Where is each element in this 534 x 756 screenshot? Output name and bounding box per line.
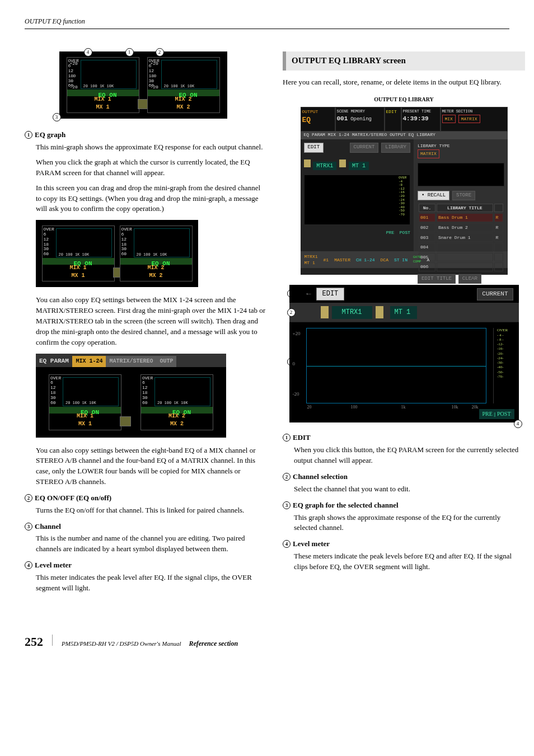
tab-label-eqparam: EQ PARAM: [39, 358, 69, 364]
tab-matrix: MATRIX/STEREO: [106, 356, 156, 368]
r-item-4-para: These meters indicate the peak levels be…: [294, 551, 525, 572]
library-detail-figure: 1 2 3 ← EDIT CURRENT MTRX1 MT 1 +20 0 -2…: [289, 285, 519, 422]
edit-button: EDIT: [316, 288, 345, 300]
callout-1: 1: [125, 48, 134, 57]
channel-label-mix: MIX 1: [67, 96, 139, 104]
r-item-1-heading: 1EDIT: [283, 433, 525, 443]
section-title: OUTPUT EQ LIBRARY screen: [283, 51, 525, 71]
item-1-para-1: This mini-graph shows the approximate EQ…: [36, 142, 267, 153]
arrow-left-icon: ←: [305, 288, 313, 299]
item-1-para-3: In this screen you can drag and drop the…: [36, 183, 267, 215]
recall-button: • RECALL: [418, 191, 449, 200]
channel-increment: [376, 306, 383, 318]
item-1-para-2: When you click the graph at which the cu…: [36, 157, 267, 179]
edit-button: EDIT: [304, 143, 324, 152]
right-column: OUTPUT EQ LIBRARY screen Here you can re…: [283, 51, 525, 599]
callout-3: 3: [53, 113, 61, 121]
item-4-heading: 4Level meter: [25, 560, 267, 571]
eq-mini-figure-1: OVER612183060 +20 0 -20 20 100 1K 10K EQ…: [59, 51, 227, 119]
level-meter: OVER- 4 -- 8 --12--16--20--24--30--40--5…: [493, 328, 510, 403]
eq-tabs-figure: EQ PARAM MIX 1-24MATRIX/STEREOOUTP OVER6…: [36, 354, 226, 438]
r-item-3-para: This graph shows the approximate respons…: [294, 513, 525, 534]
footer-model: PM5D/PM5D-RH V2 / DSP5D Owner's Manual: [62, 640, 181, 649]
item-4-para: This meter indicates the peak level afte…: [36, 572, 267, 594]
section-intro: Here you can recall, store, rename, or d…: [283, 77, 525, 88]
callout-4: 4: [514, 420, 522, 428]
channel-sub: MT 1: [349, 162, 369, 170]
channel-label-mx: MX 1: [67, 104, 139, 112]
page-number: 252: [25, 633, 43, 651]
left-column: 4 1 2 3 OVER612183060 +20 0 -20 20 100 1…: [25, 51, 267, 599]
r-item-2-para: Select the channel that you want to edit…: [294, 484, 525, 495]
r-item-2-heading: 2Channel selection: [283, 472, 525, 482]
r-item-4-heading: 4Level meter: [283, 539, 525, 550]
item-3-heading: 3Channel: [25, 522, 267, 532]
library-eq-graph: [418, 163, 504, 186]
selected-eq-graph: [306, 328, 486, 403]
library-screenshot: OUTPUT EQ SCENE MEMORY 001 Opening EDIT …: [301, 107, 508, 275]
library-caption: OUTPUT EQ LIBRARY: [283, 96, 525, 104]
footer-section: Reference section: [189, 639, 238, 649]
tab-outp: OUTP: [156, 356, 176, 368]
current-eq-graph: OVER-4-8-12-16-20-24-30-40-50-70: [304, 175, 411, 225]
para-after-fig3: You can also copy settings between the e…: [36, 445, 267, 487]
store-button: STORE: [452, 191, 475, 200]
channel-select-main: MTRX1: [332, 306, 372, 319]
breadcrumb-tabs: EQ PARAM MIX 1-24 MATRIX/STEREO OUTPUT E…: [301, 132, 508, 139]
eq-mini-figure-2: OVER612183060 20 100 1K 10K EQ ON MIX 1 …: [36, 220, 198, 287]
callout-2: 2: [156, 48, 164, 57]
r-item-1-para: When you click this button, the EQ PARAM…: [294, 445, 525, 466]
para-after-fig2: You can also copy EQ settings between th…: [36, 295, 267, 348]
item-1-heading: 1EQ graph: [25, 130, 267, 140]
running-head: OUTPUT EQ function: [25, 17, 509, 29]
tab-mix: MIX 1-24: [72, 356, 106, 368]
item-2-para: Turns the EQ on/off for that channel. Th…: [36, 505, 267, 516]
item-3-para: This is the number and name of the chann…: [36, 533, 267, 555]
current-indicator: CURRENT: [477, 288, 513, 300]
channel-select-sub: MT 1: [390, 306, 417, 319]
page-footer: 252 PM5D/PM5D-RH V2 / DSP5D Owner's Manu…: [25, 633, 509, 651]
channel-main: MTRX1: [313, 162, 336, 170]
item-2-heading: 2EQ ON/OFF (EQ on/off): [25, 493, 267, 504]
eq-graph: +20 0 -20 20 100 1K 10K: [81, 60, 137, 89]
callout-2: 2: [287, 308, 296, 317]
channel-decrement: [321, 306, 329, 318]
r-item-3-heading: 3EQ graph for the selected channel: [283, 500, 525, 511]
callout-4: 4: [84, 48, 92, 57]
